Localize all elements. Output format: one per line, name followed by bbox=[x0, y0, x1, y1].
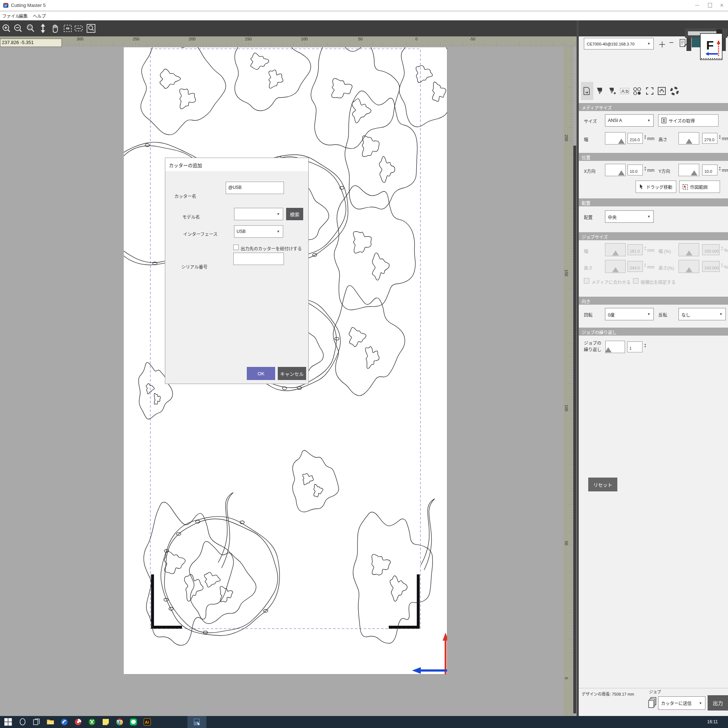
close-button[interactable] bbox=[716, 0, 728, 11]
tab-cut-area[interactable] bbox=[645, 87, 654, 95]
illustrator-icon[interactable]: Ai bbox=[144, 718, 151, 726]
file-explorer-icon[interactable] bbox=[47, 718, 54, 726]
ruler-label: 50 bbox=[358, 37, 362, 41]
chevron-down-icon: ▼ bbox=[647, 312, 650, 316]
mail-app-icon[interactable] bbox=[60, 718, 68, 726]
job-repeat-slider[interactable] bbox=[605, 341, 625, 353]
media-height-value[interactable]: 279.0 bbox=[702, 133, 717, 144]
position-x-value[interactable]: 10.0 bbox=[627, 165, 643, 176]
tab-plot-box[interactable] bbox=[658, 87, 666, 95]
cutting-master-taskbar-tile[interactable] bbox=[187, 716, 206, 728]
slider-handle[interactable] bbox=[618, 170, 625, 176]
xbox-icon[interactable] bbox=[88, 718, 96, 726]
tab-condition-add[interactable] bbox=[608, 87, 616, 95]
position-y-stepper[interactable]: ▲▼ bbox=[719, 166, 721, 171]
reset-button[interactable]: リセット bbox=[588, 477, 617, 491]
tab-navigation-pad[interactable] bbox=[670, 87, 679, 95]
fit-vertical-icon[interactable] bbox=[38, 23, 48, 34]
slider-handle[interactable] bbox=[618, 139, 625, 144]
position-x-slider[interactable] bbox=[605, 164, 626, 176]
placement-select[interactable]: 中央▼ bbox=[605, 210, 654, 223]
model-name-select[interactable]: ▼ bbox=[234, 208, 283, 220]
chevron-down-icon: ▼ bbox=[719, 312, 723, 316]
section-job-repeat: ジョブの繰り返し bbox=[579, 327, 728, 336]
add-device-button[interactable]: ＋ bbox=[658, 38, 666, 49]
ok-button[interactable]: OK bbox=[247, 367, 275, 380]
position-x-stepper[interactable]: ▲▼ bbox=[644, 166, 647, 171]
job-width-pct-label: 幅 (%) bbox=[658, 248, 671, 254]
menu-bar: ファイル 編集 ヘルプ bbox=[0, 11, 728, 20]
job-height-pct-value: 100.000 bbox=[702, 261, 720, 272]
job-height-slider bbox=[605, 260, 626, 273]
interface-label: インターフェース bbox=[183, 231, 218, 237]
menu-file[interactable]: ファイル bbox=[2, 13, 20, 19]
position-y-value[interactable]: 10.0 bbox=[702, 165, 717, 176]
media-width-slider[interactable] bbox=[605, 132, 626, 145]
slider-handle[interactable] bbox=[691, 170, 697, 176]
zoom-selection-icon[interactable] bbox=[86, 23, 96, 34]
unit-pct: % bbox=[724, 248, 728, 253]
job-height-value: 244.0 bbox=[627, 261, 643, 272]
tab-job-setup[interactable] bbox=[583, 87, 591, 95]
output-button[interactable]: 出力 bbox=[708, 695, 728, 711]
menu-help[interactable]: ヘルプ bbox=[33, 13, 46, 19]
menu-edit[interactable]: 編集 bbox=[19, 13, 28, 19]
media-width-label: 幅 bbox=[584, 136, 588, 142]
task-view-icon[interactable] bbox=[33, 718, 40, 726]
vertical-scrollbar[interactable] bbox=[573, 47, 577, 716]
interface-select[interactable]: USB▼ bbox=[234, 225, 283, 238]
section-media-size: メディアサイズ bbox=[579, 103, 728, 111]
sticky-notes-icon[interactable] bbox=[102, 718, 110, 726]
line-icon[interactable] bbox=[130, 718, 137, 726]
zoom-out-icon[interactable] bbox=[13, 23, 23, 34]
plot-area-button[interactable]: 作図範囲 bbox=[679, 180, 720, 193]
rotate-select[interactable]: 0度▼ bbox=[605, 308, 654, 320]
job-repeat-stepper[interactable]: ▲▼ bbox=[644, 343, 647, 348]
zoom-in-icon[interactable] bbox=[2, 23, 12, 34]
send-to-cutter-select[interactable]: カッターに送信▼ bbox=[658, 696, 705, 710]
zoom-area-icon[interactable] bbox=[26, 23, 36, 34]
fit-width-icon[interactable] bbox=[73, 23, 84, 34]
ruler-label: 50 bbox=[564, 541, 569, 545]
restore-button[interactable] bbox=[704, 0, 716, 11]
pan-hand-icon[interactable] bbox=[50, 23, 60, 34]
add-cutter-dialog: カッターの追加 カッター名 @USB モデル名 ▼ 検索 インターフェース US… bbox=[165, 158, 309, 384]
start-button-icon[interactable] bbox=[5, 718, 12, 726]
media-size-select[interactable]: ANSI A▼ bbox=[605, 114, 654, 127]
serial-number-input[interactable] bbox=[233, 252, 284, 265]
tab-text[interactable]: A:b bbox=[620, 87, 629, 95]
pinwheel-app-icon[interactable] bbox=[74, 718, 82, 726]
cancel-button[interactable]: キャンセル bbox=[278, 367, 306, 380]
ruler-media-zone bbox=[93, 37, 417, 47]
search-icon[interactable] bbox=[19, 718, 27, 726]
fit-page-icon[interactable] bbox=[63, 23, 73, 34]
tab-registration-marks[interactable] bbox=[633, 87, 641, 95]
cutting-master-icon[interactable] bbox=[193, 718, 200, 726]
search-button[interactable]: 検索 bbox=[286, 208, 303, 220]
unit-pct: % bbox=[724, 265, 728, 270]
drag-cursor-icon bbox=[639, 184, 644, 190]
job-repeat-value[interactable]: 1 bbox=[627, 341, 642, 352]
media-width-stepper[interactable]: ▲▼ bbox=[644, 134, 647, 139]
ruler-label: 150 bbox=[564, 270, 569, 276]
minimize-button[interactable] bbox=[691, 0, 703, 11]
chrome-icon[interactable] bbox=[116, 718, 123, 726]
media-height-stepper[interactable]: ▲▼ bbox=[719, 134, 721, 139]
tab-condition[interactable] bbox=[595, 87, 604, 95]
slider-handle[interactable] bbox=[686, 139, 692, 144]
device-select[interactable]: CE7000-40@192.168.3.70▼ bbox=[584, 38, 654, 49]
dialog-title-bar[interactable]: カッターの追加 bbox=[165, 158, 308, 171]
cutter-name-input[interactable]: @USB bbox=[226, 182, 284, 194]
drag-move-button[interactable]: ドラッグ移動 bbox=[636, 180, 676, 193]
get-size-button[interactable]: サイズの取得 bbox=[658, 114, 719, 127]
media-width-value[interactable]: 216.0 bbox=[627, 133, 643, 144]
link-cutter-checkbox[interactable] bbox=[233, 245, 239, 250]
media-height-slider[interactable] bbox=[679, 132, 699, 145]
slider-handle[interactable] bbox=[605, 347, 612, 352]
svg-text:Ai: Ai bbox=[145, 720, 149, 724]
remove-device-button[interactable]: − bbox=[669, 38, 674, 47]
mirror-select[interactable]: なし▼ bbox=[679, 308, 726, 320]
position-y-slider[interactable] bbox=[679, 164, 699, 176]
chevron-down-icon: ▼ bbox=[277, 230, 280, 233]
scrollbar-thumb[interactable] bbox=[573, 145, 576, 713]
